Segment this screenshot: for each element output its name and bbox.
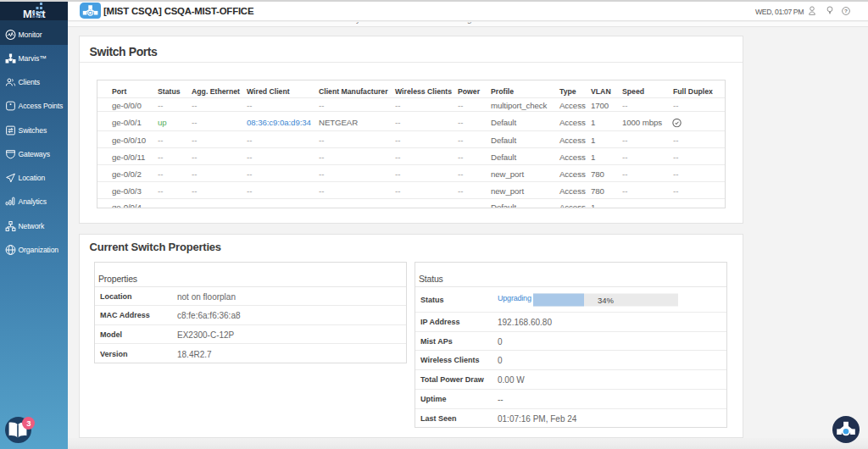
svg-text:?: ? [844, 8, 848, 14]
